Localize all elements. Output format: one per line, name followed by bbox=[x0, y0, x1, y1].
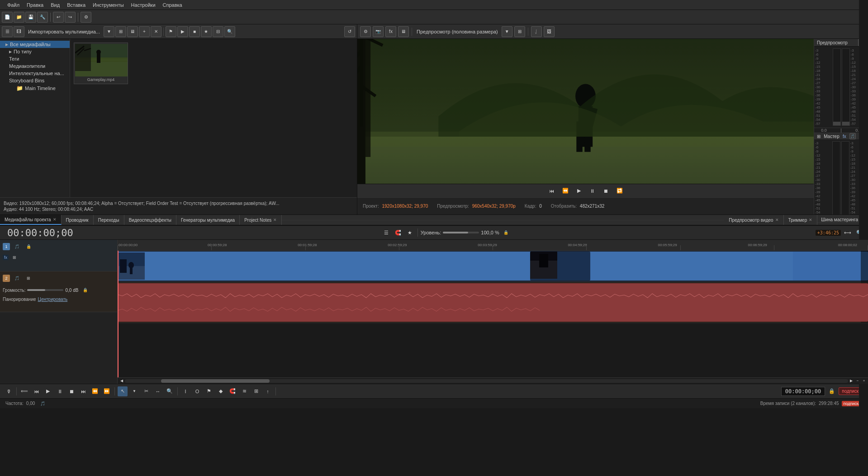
pause-transport-btn[interactable]: ⏸ bbox=[55, 386, 65, 396]
menu-insert[interactable]: Вставка bbox=[63, 1, 89, 9]
left-tb-flag[interactable]: ⚑ bbox=[166, 26, 176, 37]
tree-by-type[interactable]: ▶ По типу bbox=[0, 48, 70, 55]
tab-preview-video[interactable]: Предпросмотр видео ✕ bbox=[724, 215, 783, 225]
tab-generators[interactable]: Генераторы мультимедиа bbox=[176, 215, 240, 225]
timeline-ruler[interactable]: 00:00:00;00 00:00:59;28 00:01:59;28 00:0… bbox=[118, 240, 868, 251]
rewind-btn[interactable]: ⟸ bbox=[19, 386, 29, 396]
lift-btn[interactable]: ↑ bbox=[263, 386, 273, 396]
track-2-mute[interactable]: 🎵 bbox=[12, 273, 22, 283]
preview-area[interactable] bbox=[357, 39, 814, 184]
new-button[interactable]: 📄 bbox=[2, 12, 13, 23]
tree-main-timeline[interactable]: 📁 Main Timeline bbox=[4, 84, 70, 92]
play-btn[interactable]: ▶ bbox=[574, 186, 584, 196]
tab-transitions[interactable]: Переходы bbox=[94, 215, 124, 225]
undo-button[interactable]: ↩ bbox=[53, 12, 64, 23]
left-tb-icon[interactable]: 🎞 bbox=[14, 26, 24, 37]
prev-btn[interactable]: ⏮ bbox=[31, 386, 41, 396]
track-1-mute[interactable]: 🎵 bbox=[12, 242, 22, 252]
save-button[interactable]: 💾 bbox=[25, 12, 36, 23]
left-tb-down[interactable]: ▼ bbox=[104, 26, 114, 37]
ripple-btn[interactable]: ≋ bbox=[239, 386, 249, 396]
pause-btn[interactable]: ⏸ bbox=[588, 186, 598, 196]
scroll-zoom-in[interactable]: + bbox=[861, 378, 867, 384]
preview-fx[interactable]: fx bbox=[385, 26, 396, 37]
scroll-right-btn[interactable]: ▶ bbox=[848, 378, 854, 384]
tab-notes-close[interactable]: ✕ bbox=[273, 218, 277, 222]
scroll-left-btn[interactable]: ◀ bbox=[119, 378, 125, 384]
track-2-solo[interactable]: ⊞ bbox=[24, 273, 33, 283]
level-slider[interactable] bbox=[443, 232, 479, 233]
marker-btn[interactable]: ◆ bbox=[216, 386, 226, 396]
mark-in[interactable]: I bbox=[180, 386, 190, 396]
tree-media-drives[interactable]: Медиакопители bbox=[0, 62, 70, 70]
slip-tool[interactable]: ↔ bbox=[153, 386, 163, 396]
tl-menu-btn[interactable]: ☰ bbox=[381, 228, 391, 238]
tl-snap-btn[interactable]: 🧲 bbox=[393, 228, 403, 238]
tab-preview-close[interactable]: ✕ bbox=[775, 218, 779, 222]
stop-btn[interactable]: ⏹ bbox=[601, 186, 611, 196]
level-lock[interactable]: 🔒 bbox=[501, 228, 511, 238]
menu-settings[interactable]: Настройки bbox=[128, 1, 159, 9]
split-btn[interactable]: ⊞ bbox=[251, 386, 261, 396]
preview-clip-btn[interactable]: ⎷ bbox=[531, 26, 542, 37]
tree-all-media[interactable]: ▶ Все медиафайлы bbox=[0, 41, 70, 48]
render-button[interactable]: 🔧 bbox=[37, 12, 48, 23]
video-clip-dark[interactable] bbox=[530, 252, 590, 281]
left-tb-undo-small[interactable]: ↺ bbox=[344, 26, 355, 37]
preview-overlay-btn[interactable]: 🖼 bbox=[544, 26, 555, 37]
tl-fx-btn[interactable]: ★ bbox=[405, 228, 415, 238]
redo-button[interactable]: ↪ bbox=[65, 12, 76, 23]
rev-btn[interactable]: ⏪ bbox=[90, 386, 100, 396]
freq-icon[interactable]: 🎵 bbox=[38, 399, 47, 409]
timecode-lock[interactable]: 🔒 bbox=[827, 386, 837, 396]
preview-settings[interactable]: ⚙ bbox=[360, 26, 371, 37]
menu-help[interactable]: Справка bbox=[159, 1, 186, 9]
preview-grid-toggle[interactable]: ⊞ bbox=[514, 26, 525, 37]
select-tool[interactable]: ↖ bbox=[118, 386, 128, 396]
track-1-fx-btn[interactable]: ⊞ bbox=[10, 253, 19, 262]
left-tb-stop[interactable]: ■ bbox=[189, 26, 200, 37]
tab-vfx[interactable]: Видеоспецэффекты bbox=[124, 215, 176, 225]
volume-slider-2[interactable] bbox=[27, 289, 63, 291]
preview-monitor[interactable]: 🖥 bbox=[398, 26, 409, 37]
play-transport-btn[interactable]: ▶ bbox=[43, 386, 53, 396]
menu-file[interactable]: Файл bbox=[4, 1, 23, 9]
flag-btn[interactable]: ⚑ bbox=[204, 386, 214, 396]
preview-snapshot[interactable]: 📷 bbox=[373, 26, 384, 37]
left-tb-add[interactable]: + bbox=[139, 26, 150, 37]
timeline-scrollbar[interactable]: ◀ ▶ − + bbox=[118, 377, 868, 384]
track-1-lock[interactable]: 🔒 bbox=[24, 242, 33, 252]
scroll-thumb[interactable] bbox=[161, 379, 270, 383]
loop-btn[interactable]: 🔁 bbox=[615, 186, 625, 196]
preview-size-down[interactable]: ▼ bbox=[502, 26, 512, 37]
menu-tools[interactable]: Инструменты bbox=[89, 1, 128, 9]
play-slow-btn[interactable]: ⏪ bbox=[560, 186, 570, 196]
tree-storyboard-bins[interactable]: Storyboard Bins bbox=[0, 77, 70, 84]
left-tb-play[interactable]: ▶ bbox=[177, 26, 188, 37]
tab-trimmer-close[interactable]: ✕ bbox=[809, 218, 812, 222]
tab-media-close[interactable]: ✕ bbox=[53, 217, 57, 222]
video-clip-end[interactable] bbox=[793, 252, 868, 281]
media-thumb-gameplay[interactable]: Gameplay.mp4 bbox=[74, 43, 128, 84]
left-tb-remove[interactable]: ✕ bbox=[151, 26, 161, 37]
stop-transport-btn[interactable]: ⏹ bbox=[66, 386, 76, 396]
scroll-zoom-out[interactable]: − bbox=[854, 378, 861, 384]
record-btn[interactable]: 🎙 bbox=[4, 386, 14, 396]
master-btn1[interactable]: 🎵 bbox=[849, 133, 856, 139]
tab-trimmer[interactable]: Триммер ✕ bbox=[784, 215, 818, 225]
select-down[interactable]: ▼ bbox=[129, 386, 139, 396]
mark-out[interactable]: O bbox=[192, 386, 202, 396]
timecode-input[interactable]: 00:00:00;00 bbox=[781, 387, 825, 396]
video-clip-main[interactable] bbox=[118, 252, 830, 281]
tab-media-project[interactable]: Медиафайлы проекта ✕ bbox=[0, 215, 62, 225]
track-2-lock2[interactable]: 🔒 bbox=[80, 285, 90, 295]
left-tb-view[interactable]: ⊞ bbox=[115, 26, 126, 37]
tl-fit-btn[interactable]: ⟷ bbox=[843, 228, 853, 238]
menu-view[interactable]: Вид bbox=[47, 1, 63, 9]
scroll-track[interactable] bbox=[125, 379, 848, 383]
left-tb-zoom[interactable]: 🔍 bbox=[224, 26, 235, 37]
left-tb-star[interactable]: ★ bbox=[201, 26, 212, 37]
left-tb-menu[interactable]: ☰ bbox=[2, 26, 13, 37]
zoom-tl-tool[interactable]: 🔍 bbox=[165, 386, 175, 396]
fwd-btn[interactable]: ⏩ bbox=[102, 386, 112, 396]
